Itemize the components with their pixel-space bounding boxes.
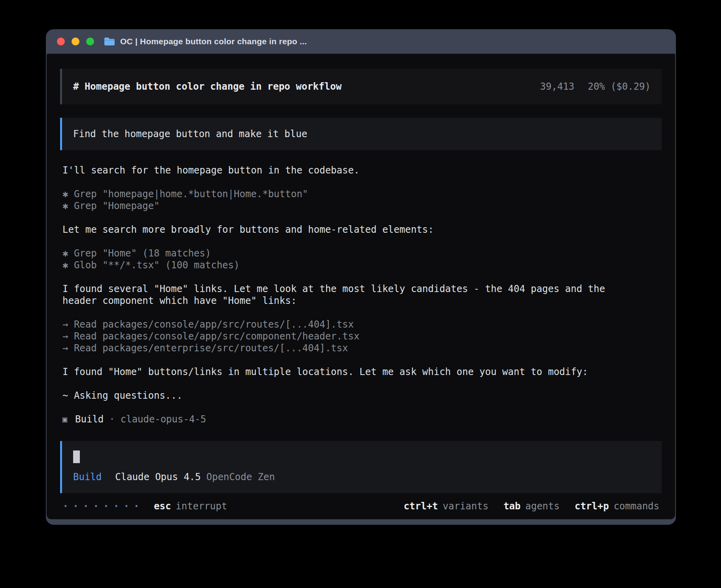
terminal-window: OC | Homepage button color change in rep… — [46, 29, 676, 525]
desktop-background: OC | Homepage button color change in rep… — [0, 0, 721, 588]
tool-call-read: → Read packages/enterprise/src/routes/[.… — [62, 342, 662, 354]
tool-call-read: → Read packages/console/app/src/componen… — [62, 330, 662, 342]
session-header: # Homepage button color change in repo w… — [60, 69, 662, 104]
shortcut-key: ctrl+p — [575, 500, 609, 512]
folder-icon — [104, 37, 115, 46]
tool-call-grep: ✱ Grep "homepage|home.*button|Home.*butt… — [62, 188, 662, 200]
shortcut-key: tab — [504, 500, 521, 512]
esc-label: interrupt — [176, 500, 227, 512]
text-cursor — [73, 450, 80, 463]
assistant-transcript: I'll search for the homepage button in t… — [60, 164, 662, 401]
prompt-input[interactable]: Build Claude Opus 4.5 OpenCode Zen — [60, 441, 662, 493]
model-label: Claude Opus 4.5 — [115, 471, 201, 483]
shortcut-variants: ctrl+t variants — [404, 500, 488, 512]
status-right: ctrl+t variants tab agents ctrl+p comman… — [404, 500, 659, 512]
status-bar: ········ esc interrupt ctrl+t variants t… — [60, 500, 662, 512]
agent-model: claude-opus-4-5 — [121, 413, 206, 425]
context-usage: 20% ($0.29) — [588, 81, 651, 92]
terminal-content: # Homepage button color change in repo w… — [47, 54, 675, 519]
shortcut-agents: tab agents — [504, 500, 560, 512]
minimize-button[interactable] — [72, 38, 79, 45]
tool-call-read: → Read packages/console/app/src/routes/[… — [62, 318, 662, 330]
session-title: # Homepage button color change in repo w… — [73, 81, 342, 92]
shortcut-label: variants — [443, 500, 489, 512]
assistant-status-text: ~ Asking questions... — [62, 390, 662, 401]
user-message-text: Find the homepage button and make it blu… — [73, 128, 307, 139]
assistant-text: I found several "Home" links. Let me loo… — [62, 283, 662, 295]
zoom-button[interactable] — [86, 38, 94, 45]
assistant-text: header component which have "Home" links… — [62, 295, 662, 307]
mode-label[interactable]: Build — [73, 471, 102, 483]
shortcut-commands: ctrl+p commands — [575, 500, 659, 512]
shortcut-label: agents — [525, 500, 560, 512]
assistant-text: I'll search for the homepage button in t… — [62, 164, 662, 176]
agent-separator: · — [109, 413, 115, 425]
assistant-text: Let me search more broadly for buttons a… — [62, 224, 662, 236]
agent-icon: ▣ — [62, 413, 67, 425]
tool-call-grep: ✱ Grep "Homepage" — [62, 200, 662, 212]
window-title: OC | Homepage button color change in rep… — [120, 37, 307, 46]
spinner-dots: ········ — [62, 500, 143, 512]
assistant-text: I found "Home" buttons/links in multiple… — [62, 366, 662, 378]
window-titlebar[interactable]: OC | Homepage button color change in rep… — [46, 29, 676, 54]
agent-status-line: ▣ Build · claude-opus-4-5 — [60, 413, 662, 425]
agent-name: Build — [75, 413, 104, 425]
close-button[interactable] — [57, 38, 65, 45]
esc-key: esc — [154, 500, 171, 512]
tool-call-grep: ✱ Grep "Home" (18 matches) — [62, 247, 662, 259]
shortcut-key: ctrl+t — [404, 500, 438, 512]
traffic-lights — [57, 38, 94, 45]
input-meta: Build Claude Opus 4.5 OpenCode Zen — [73, 471, 651, 483]
provider-label: OpenCode Zen — [206, 471, 275, 483]
session-meta: 39,413 20% ($0.29) — [540, 81, 651, 92]
token-count: 39,413 — [540, 81, 574, 92]
status-left: ········ esc interrupt — [62, 500, 227, 512]
shortcut-label: commands — [613, 500, 659, 512]
tool-call-glob: ✱ Glob "**/*.tsx" (100 matches) — [62, 259, 662, 271]
user-message: Find the homepage button and make it blu… — [60, 118, 662, 150]
